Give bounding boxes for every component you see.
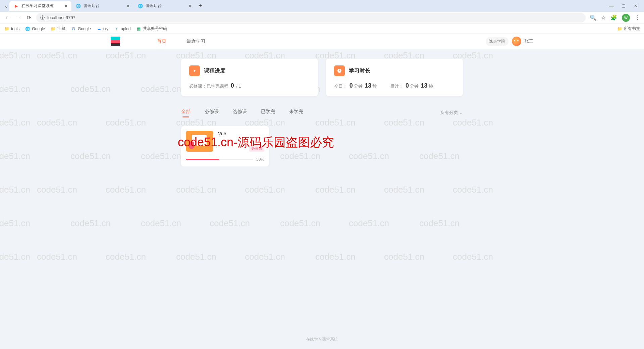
- nav-home[interactable]: 首页: [157, 38, 166, 44]
- bookmark-item[interactable]: 📁tools: [4, 26, 19, 32]
- total-text: 累计： 0分钟 13秒: [390, 82, 433, 89]
- url-text: localhost:9797: [47, 15, 75, 20]
- today-text: 今日： 0分钟 13秒: [334, 82, 377, 89]
- course-thumbnail: [186, 131, 213, 152]
- filter-tab-done[interactable]: 已学完: [261, 109, 275, 117]
- clock-square-icon: [334, 65, 345, 76]
- cloud-icon: ☁: [96, 26, 102, 32]
- bookmark-item[interactable]: ▦共享账号密码: [136, 26, 167, 32]
- folder-icon: 📁: [617, 26, 622, 32]
- tab-close-icon[interactable]: ×: [127, 3, 129, 9]
- url-field[interactable]: ⓘ localhost:9797: [36, 13, 586, 22]
- site-info-icon[interactable]: ⓘ: [40, 15, 45, 21]
- course-card[interactable]: Vue 必修课 50%: [181, 126, 269, 166]
- college-tag[interactable]: 逸夫学院: [486, 37, 508, 46]
- filter-tab-elective[interactable]: 选修课: [233, 109, 247, 117]
- progress-fill: [186, 159, 219, 160]
- filter-tab-undone[interactable]: 未学完: [289, 109, 303, 117]
- category-dropdown[interactable]: 所有分类 ⌄: [440, 110, 463, 116]
- favicon-play-icon: ▶: [13, 3, 19, 9]
- close-window-icon[interactable]: ×: [633, 3, 639, 9]
- browser-titlebar: ⌄ ▶ 在线学习课堂系统 × 🌐 管理后台 × 🌐 管理后台 × + — □ ×: [0, 0, 644, 12]
- progress-bar: [186, 159, 253, 160]
- bookmark-item[interactable]: GGoogle: [71, 26, 91, 32]
- nav-recent[interactable]: 最近学习: [186, 38, 205, 44]
- folder-icon: 📁: [50, 26, 56, 32]
- tabs-dropdown-icon[interactable]: ⌄: [3, 3, 9, 9]
- browser-tabs: ▶ 在线学习课堂系统 × 🌐 管理后台 × 🌐 管理后台 × +: [9, 0, 608, 12]
- filter-tab-required[interactable]: 必修课: [205, 109, 219, 117]
- app-header: 首页 最近学习 逸夫学院 张三: [0, 34, 644, 49]
- filter-tab-all[interactable]: 全部: [181, 109, 191, 117]
- bookmark-item[interactable]: ↑uplod: [114, 26, 130, 32]
- user-avatar[interactable]: [512, 37, 521, 46]
- globe-icon: 🌐: [25, 26, 30, 32]
- username[interactable]: 张三: [525, 38, 533, 44]
- sheet-icon: ▦: [136, 26, 141, 32]
- new-tab-button[interactable]: +: [196, 1, 205, 11]
- app-logo[interactable]: [111, 37, 120, 46]
- filter-tabs: 全部 必修课 选修课 已学完 未学完 所有分类 ⌄: [181, 109, 463, 117]
- stat-card-duration: 学习时长 今日： 0分钟 13秒 累计： 0分钟 13秒: [326, 59, 463, 96]
- profile-avatar[interactable]: W: [622, 14, 630, 22]
- favicon-globe-icon: 🌐: [138, 3, 143, 9]
- tab-title: 管理后台: [84, 3, 100, 9]
- course-badge: 必修课: [249, 145, 264, 152]
- upload-icon: ↑: [114, 26, 119, 32]
- bookmark-star-icon[interactable]: ☆: [601, 14, 606, 21]
- reload-icon[interactable]: ⟳: [25, 14, 32, 21]
- play-square-icon: [189, 65, 200, 76]
- progress-percent: 50%: [256, 157, 264, 162]
- minimize-icon[interactable]: —: [608, 3, 614, 9]
- kebab-menu-icon[interactable]: ⋮: [635, 14, 640, 21]
- forward-icon[interactable]: →: [15, 15, 21, 21]
- tab-title: 管理后台: [146, 3, 162, 9]
- back-icon[interactable]: ←: [4, 15, 11, 21]
- chevron-down-icon: ⌄: [459, 110, 463, 115]
- folder-icon: 📁: [4, 26, 9, 32]
- zoom-icon[interactable]: 🔍: [590, 14, 596, 21]
- main-content: 课程进度 必修课：已学完课程 0 / 1 学习时长: [181, 59, 463, 166]
- bookmark-item[interactable]: 🌐Google: [25, 26, 45, 32]
- tab-close-icon[interactable]: ×: [189, 3, 192, 9]
- course-name: Vue: [218, 131, 264, 136]
- browser-tab-2[interactable]: 🌐 管理后台 ×: [133, 1, 196, 11]
- maximize-icon[interactable]: □: [621, 3, 627, 9]
- all-bookmarks[interactable]: 📁所有书签: [617, 26, 640, 32]
- stat-card-progress: 课程进度 必修课：已学完课程 0 / 1: [181, 59, 318, 96]
- stat-title: 学习时长: [349, 67, 370, 74]
- main-nav: 首页 最近学习: [157, 38, 205, 44]
- extensions-icon[interactable]: 🧩: [610, 14, 617, 21]
- window-controls: — □ ×: [608, 3, 641, 9]
- bookmarks-bar: 📁tools 🌐Google 📁宝藏 GGoogle ☁txy ↑uplod ▦…: [0, 24, 644, 34]
- progress-text: 必修课：已学完课程 0 / 1: [189, 82, 241, 89]
- bookmark-item[interactable]: ☁txy: [96, 26, 108, 32]
- browser-tab-0[interactable]: ▶ 在线学习课堂系统 ×: [9, 1, 71, 11]
- user-area: 逸夫学院 张三: [486, 37, 533, 46]
- browser-tab-1[interactable]: 🌐 管理后台 ×: [71, 1, 133, 11]
- stat-title: 课程进度: [204, 67, 225, 74]
- google-icon: G: [71, 26, 76, 32]
- address-bar: ← → ⟳ ⓘ localhost:9797 🔍 ☆ 🧩 W ⋮: [0, 12, 644, 24]
- bookmark-item[interactable]: 📁宝藏: [50, 26, 65, 32]
- tab-close-icon[interactable]: ×: [65, 3, 67, 9]
- tab-title: 在线学习课堂系统: [21, 3, 54, 9]
- favicon-globe-icon: 🌐: [75, 3, 81, 9]
